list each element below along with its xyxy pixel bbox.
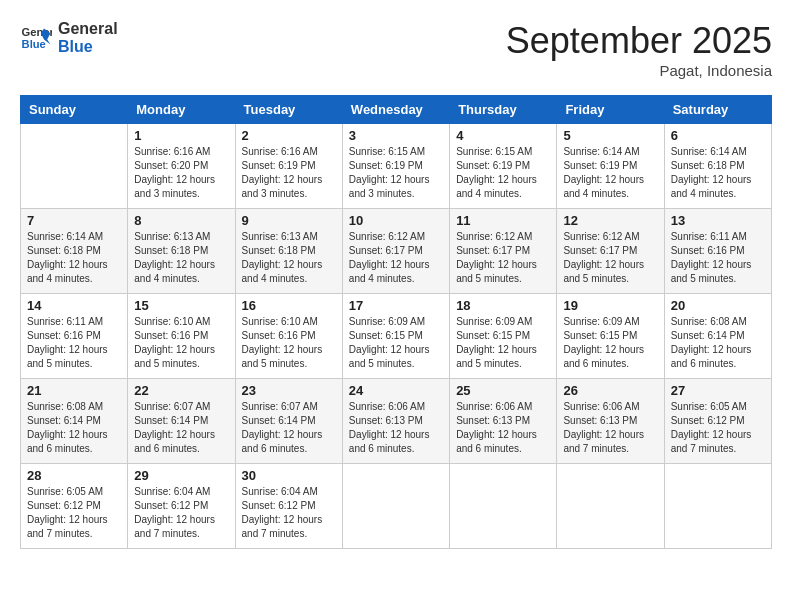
day-number: 13: [671, 213, 765, 228]
title-block: September 2025 Pagat, Indonesia: [506, 20, 772, 79]
day-info: Sunrise: 6:08 AM Sunset: 6:14 PM Dayligh…: [27, 400, 121, 456]
day-info: Sunrise: 6:12 AM Sunset: 6:17 PM Dayligh…: [349, 230, 443, 286]
day-number: 22: [134, 383, 228, 398]
day-info: Sunrise: 6:15 AM Sunset: 6:19 PM Dayligh…: [456, 145, 550, 201]
day-info: Sunrise: 6:12 AM Sunset: 6:17 PM Dayligh…: [563, 230, 657, 286]
day-number: 4: [456, 128, 550, 143]
calendar-cell: [664, 464, 771, 549]
calendar-cell: 16Sunrise: 6:10 AM Sunset: 6:16 PM Dayli…: [235, 294, 342, 379]
calendar-cell: 4Sunrise: 6:15 AM Sunset: 6:19 PM Daylig…: [450, 124, 557, 209]
calendar-cell: 7Sunrise: 6:14 AM Sunset: 6:18 PM Daylig…: [21, 209, 128, 294]
day-number: 9: [242, 213, 336, 228]
calendar-header-tuesday: Tuesday: [235, 96, 342, 124]
day-number: 11: [456, 213, 550, 228]
logo: General Blue General Blue: [20, 20, 118, 55]
day-info: Sunrise: 6:09 AM Sunset: 6:15 PM Dayligh…: [563, 315, 657, 371]
calendar-header-thursday: Thursday: [450, 96, 557, 124]
day-info: Sunrise: 6:08 AM Sunset: 6:14 PM Dayligh…: [671, 315, 765, 371]
day-number: 23: [242, 383, 336, 398]
logo-line1: General: [58, 20, 118, 38]
calendar-cell: 12Sunrise: 6:12 AM Sunset: 6:17 PM Dayli…: [557, 209, 664, 294]
calendar-table: SundayMondayTuesdayWednesdayThursdayFrid…: [20, 95, 772, 549]
calendar-cell: 5Sunrise: 6:14 AM Sunset: 6:19 PM Daylig…: [557, 124, 664, 209]
calendar-cell: 13Sunrise: 6:11 AM Sunset: 6:16 PM Dayli…: [664, 209, 771, 294]
calendar-cell: 8Sunrise: 6:13 AM Sunset: 6:18 PM Daylig…: [128, 209, 235, 294]
calendar-header-monday: Monday: [128, 96, 235, 124]
day-info: Sunrise: 6:13 AM Sunset: 6:18 PM Dayligh…: [242, 230, 336, 286]
day-number: 29: [134, 468, 228, 483]
calendar-cell: 27Sunrise: 6:05 AM Sunset: 6:12 PM Dayli…: [664, 379, 771, 464]
calendar-week-row: 1Sunrise: 6:16 AM Sunset: 6:20 PM Daylig…: [21, 124, 772, 209]
day-info: Sunrise: 6:13 AM Sunset: 6:18 PM Dayligh…: [134, 230, 228, 286]
day-info: Sunrise: 6:15 AM Sunset: 6:19 PM Dayligh…: [349, 145, 443, 201]
calendar-cell: [450, 464, 557, 549]
day-info: Sunrise: 6:06 AM Sunset: 6:13 PM Dayligh…: [456, 400, 550, 456]
day-info: Sunrise: 6:05 AM Sunset: 6:12 PM Dayligh…: [671, 400, 765, 456]
day-info: Sunrise: 6:05 AM Sunset: 6:12 PM Dayligh…: [27, 485, 121, 541]
calendar-cell: 22Sunrise: 6:07 AM Sunset: 6:14 PM Dayli…: [128, 379, 235, 464]
day-info: Sunrise: 6:04 AM Sunset: 6:12 PM Dayligh…: [242, 485, 336, 541]
day-number: 24: [349, 383, 443, 398]
day-number: 19: [563, 298, 657, 313]
calendar-header-sunday: Sunday: [21, 96, 128, 124]
day-number: 12: [563, 213, 657, 228]
day-number: 25: [456, 383, 550, 398]
calendar-cell: 1Sunrise: 6:16 AM Sunset: 6:20 PM Daylig…: [128, 124, 235, 209]
day-info: Sunrise: 6:09 AM Sunset: 6:15 PM Dayligh…: [349, 315, 443, 371]
day-number: 8: [134, 213, 228, 228]
day-number: 10: [349, 213, 443, 228]
day-info: Sunrise: 6:06 AM Sunset: 6:13 PM Dayligh…: [349, 400, 443, 456]
logo-icon: General Blue: [20, 22, 52, 54]
calendar-cell: 17Sunrise: 6:09 AM Sunset: 6:15 PM Dayli…: [342, 294, 449, 379]
calendar-cell: 24Sunrise: 6:06 AM Sunset: 6:13 PM Dayli…: [342, 379, 449, 464]
day-number: 26: [563, 383, 657, 398]
day-number: 21: [27, 383, 121, 398]
calendar-cell: [342, 464, 449, 549]
day-info: Sunrise: 6:16 AM Sunset: 6:20 PM Dayligh…: [134, 145, 228, 201]
calendar-cell: 3Sunrise: 6:15 AM Sunset: 6:19 PM Daylig…: [342, 124, 449, 209]
day-info: Sunrise: 6:06 AM Sunset: 6:13 PM Dayligh…: [563, 400, 657, 456]
day-number: 7: [27, 213, 121, 228]
day-number: 18: [456, 298, 550, 313]
calendar-cell: 19Sunrise: 6:09 AM Sunset: 6:15 PM Dayli…: [557, 294, 664, 379]
calendar-cell: 26Sunrise: 6:06 AM Sunset: 6:13 PM Dayli…: [557, 379, 664, 464]
calendar-week-row: 28Sunrise: 6:05 AM Sunset: 6:12 PM Dayli…: [21, 464, 772, 549]
calendar-cell: 28Sunrise: 6:05 AM Sunset: 6:12 PM Dayli…: [21, 464, 128, 549]
calendar-cell: 25Sunrise: 6:06 AM Sunset: 6:13 PM Dayli…: [450, 379, 557, 464]
location: Pagat, Indonesia: [506, 62, 772, 79]
calendar-cell: 14Sunrise: 6:11 AM Sunset: 6:16 PM Dayli…: [21, 294, 128, 379]
calendar-header-friday: Friday: [557, 96, 664, 124]
calendar-cell: 30Sunrise: 6:04 AM Sunset: 6:12 PM Dayli…: [235, 464, 342, 549]
day-info: Sunrise: 6:12 AM Sunset: 6:17 PM Dayligh…: [456, 230, 550, 286]
calendar-cell: [557, 464, 664, 549]
svg-text:Blue: Blue: [22, 37, 46, 49]
calendar-week-row: 21Sunrise: 6:08 AM Sunset: 6:14 PM Dayli…: [21, 379, 772, 464]
day-info: Sunrise: 6:10 AM Sunset: 6:16 PM Dayligh…: [242, 315, 336, 371]
calendar-cell: 6Sunrise: 6:14 AM Sunset: 6:18 PM Daylig…: [664, 124, 771, 209]
day-number: 5: [563, 128, 657, 143]
calendar-cell: 21Sunrise: 6:08 AM Sunset: 6:14 PM Dayli…: [21, 379, 128, 464]
day-info: Sunrise: 6:16 AM Sunset: 6:19 PM Dayligh…: [242, 145, 336, 201]
day-info: Sunrise: 6:10 AM Sunset: 6:16 PM Dayligh…: [134, 315, 228, 371]
day-number: 16: [242, 298, 336, 313]
day-number: 20: [671, 298, 765, 313]
calendar-cell: 10Sunrise: 6:12 AM Sunset: 6:17 PM Dayli…: [342, 209, 449, 294]
day-info: Sunrise: 6:14 AM Sunset: 6:18 PM Dayligh…: [27, 230, 121, 286]
day-info: Sunrise: 6:07 AM Sunset: 6:14 PM Dayligh…: [242, 400, 336, 456]
day-number: 17: [349, 298, 443, 313]
calendar-cell: [21, 124, 128, 209]
calendar-week-row: 14Sunrise: 6:11 AM Sunset: 6:16 PM Dayli…: [21, 294, 772, 379]
calendar-cell: 20Sunrise: 6:08 AM Sunset: 6:14 PM Dayli…: [664, 294, 771, 379]
day-number: 1: [134, 128, 228, 143]
calendar-cell: 11Sunrise: 6:12 AM Sunset: 6:17 PM Dayli…: [450, 209, 557, 294]
calendar-cell: 2Sunrise: 6:16 AM Sunset: 6:19 PM Daylig…: [235, 124, 342, 209]
day-number: 6: [671, 128, 765, 143]
calendar-cell: 29Sunrise: 6:04 AM Sunset: 6:12 PM Dayli…: [128, 464, 235, 549]
calendar-cell: 9Sunrise: 6:13 AM Sunset: 6:18 PM Daylig…: [235, 209, 342, 294]
day-info: Sunrise: 6:07 AM Sunset: 6:14 PM Dayligh…: [134, 400, 228, 456]
calendar-week-row: 7Sunrise: 6:14 AM Sunset: 6:18 PM Daylig…: [21, 209, 772, 294]
day-info: Sunrise: 6:09 AM Sunset: 6:15 PM Dayligh…: [456, 315, 550, 371]
day-info: Sunrise: 6:11 AM Sunset: 6:16 PM Dayligh…: [27, 315, 121, 371]
day-info: Sunrise: 6:14 AM Sunset: 6:18 PM Dayligh…: [671, 145, 765, 201]
logo-line2: Blue: [58, 38, 118, 56]
